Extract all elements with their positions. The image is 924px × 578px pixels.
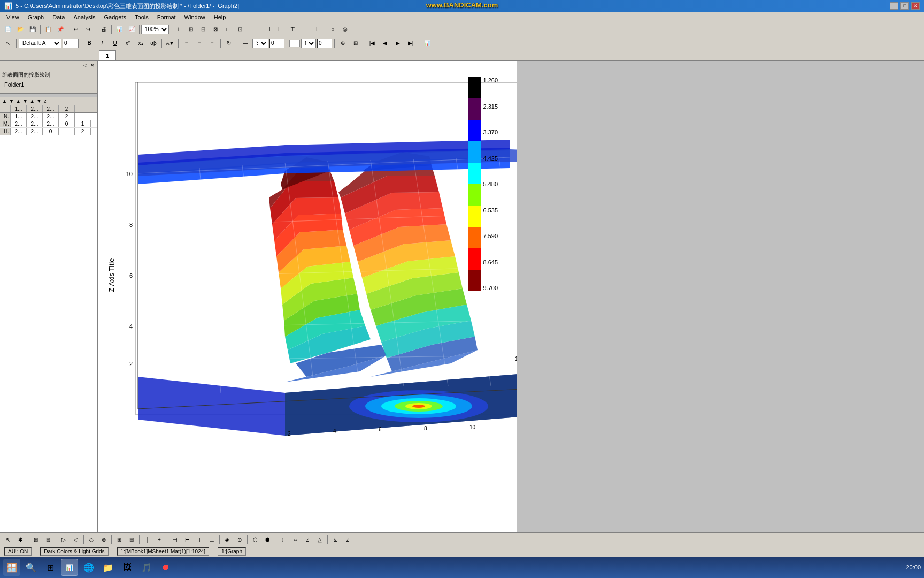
dt-cell-n2[interactable]: 2... — [27, 113, 43, 120]
task-record[interactable]: ⏺ — [157, 559, 174, 576]
symbol-btn[interactable]: ⊕ — [337, 37, 349, 49]
dt-cell-n3[interactable]: 2... — [43, 113, 59, 120]
tb-btn-b[interactable]: ⊞ — [185, 24, 197, 35]
bt-6[interactable]: ◁ — [70, 534, 82, 545]
save-btn[interactable]: 💾 — [27, 24, 38, 35]
tb-btn-a[interactable]: + — [173, 24, 184, 35]
underline-btn[interactable]: U — [109, 37, 121, 49]
dt-cell-m1[interactable]: 2... — [11, 120, 27, 127]
open-btn[interactable]: 📂 — [14, 24, 26, 35]
last-btn[interactable]: ▶| — [405, 37, 417, 49]
undo-btn[interactable]: ↩ — [70, 24, 82, 35]
tb-btn-e[interactable]: □ — [222, 24, 234, 35]
bt-11[interactable]: | — [141, 534, 153, 545]
minimize-button[interactable]: ─ — [890, 2, 898, 10]
bt-8[interactable]: ⊕ — [98, 534, 110, 545]
tb-btn-l[interactable]: ⊦ — [311, 24, 323, 35]
bt-4[interactable]: ⊟ — [42, 534, 54, 545]
bt-22[interactable]: ↔ — [289, 534, 301, 545]
arrow-7-icon[interactable]: 2 — [44, 98, 47, 104]
menu-tools[interactable]: Tools — [130, 13, 153, 21]
tb-btn-m[interactable]: ○ — [327, 24, 338, 35]
menu-window[interactable]: Window — [180, 13, 210, 21]
menu-format[interactable]: Format — [153, 13, 180, 21]
dt-cell-h4[interactable] — [59, 128, 75, 135]
panel-pin[interactable]: ✕ — [89, 62, 96, 69]
line-style[interactable]: — — [240, 37, 251, 49]
pointer-tool[interactable]: ↖ — [2, 37, 14, 49]
task-files[interactable]: 📁 — [99, 559, 117, 576]
first-btn[interactable]: |◀ — [366, 37, 378, 49]
line-val[interactable] — [270, 39, 284, 48]
arrow-6-icon[interactable]: ▼ — [37, 98, 42, 104]
font-size-input[interactable] — [63, 39, 79, 48]
tb-btn-d[interactable]: ⊠ — [210, 24, 221, 35]
greek-btn[interactable]: αβ — [148, 37, 159, 49]
bt-25[interactable]: ⊾ — [329, 534, 341, 545]
subscript-btn[interactable]: x₂ — [135, 37, 147, 49]
bt-9[interactable]: ⊞ — [113, 534, 125, 545]
align-center[interactable]: ≡ — [194, 37, 205, 49]
panel-resize[interactable] — [0, 93, 97, 97]
tb-btn-g[interactable]: Γ — [250, 24, 261, 35]
bt-17[interactable]: ◈ — [221, 534, 233, 545]
fill-style[interactable]: N — [301, 39, 316, 48]
tab-1[interactable]: 1 — [99, 50, 116, 60]
fill-color[interactable] — [289, 40, 300, 47]
menu-graph[interactable]: Graph — [24, 13, 49, 21]
next-btn[interactable]: ▶ — [392, 37, 404, 49]
bt-12[interactable]: + — [153, 534, 165, 545]
bt-16[interactable]: ⊥ — [206, 534, 218, 545]
bt-10[interactable]: ⊟ — [126, 534, 137, 545]
copy-btn[interactable]: 📋 — [42, 24, 54, 35]
arrow-5-icon[interactable]: ▲ — [30, 98, 35, 104]
graph-svg[interactable]: Z Axis Title X Axis Title Y Axis Title 1… — [103, 72, 517, 436]
redo-btn[interactable]: ↪ — [82, 24, 94, 35]
bt-21[interactable]: ↕ — [277, 534, 289, 545]
maximize-button[interactable]: □ — [900, 2, 909, 10]
prev-btn[interactable]: ◀ — [379, 37, 391, 49]
graph-btn[interactable]: 📊 — [113, 24, 125, 35]
tb-btn-c[interactable]: ⊟ — [197, 24, 209, 35]
task-search[interactable]: 🔍 — [22, 559, 40, 576]
dt-cell-n4[interactable]: 2 — [59, 113, 75, 120]
superscript-btn[interactable]: x² — [122, 37, 134, 49]
italic-btn[interactable]: I — [96, 37, 108, 49]
arrow-left-icon[interactable]: ▲ — [16, 98, 21, 104]
dt-cell-m4[interactable]: 0 — [59, 120, 75, 127]
menu-data[interactable]: Data — [48, 13, 69, 21]
tb-btn-f[interactable]: ⊡ — [234, 24, 246, 35]
bt-14[interactable]: ⊢ — [181, 534, 193, 545]
color-btn[interactable]: A▼ — [164, 37, 176, 49]
close-button[interactable]: ✕ — [911, 2, 920, 10]
menu-gadgets[interactable]: Gadgets — [99, 13, 130, 21]
bt-2[interactable]: ✱ — [14, 534, 26, 545]
bt-15[interactable]: ⊤ — [194, 534, 205, 545]
dt-cell-h5[interactable]: 2 — [75, 128, 91, 135]
arrow-right-icon[interactable]: ▼ — [23, 98, 28, 104]
bt-26[interactable]: ⊿ — [342, 534, 353, 545]
menu-analysis[interactable]: Analysis — [69, 13, 99, 21]
dt-cell-m2[interactable]: 2... — [27, 120, 43, 127]
bt-20[interactable]: ⬢ — [261, 534, 273, 545]
task-app2[interactable]: 🎵 — [138, 559, 155, 576]
dt-cell-n1[interactable]: 1... — [11, 113, 27, 120]
bt-7[interactable]: ◇ — [86, 534, 97, 545]
zoom-dropdown[interactable]: 100% 75% 50% 150% — [141, 25, 169, 34]
paste-btn[interactable]: 📌 — [55, 24, 66, 35]
dt-cell-m3[interactable]: 2... — [43, 120, 59, 127]
arrow-down-icon[interactable]: ▼ — [9, 98, 14, 104]
tb-btn-n[interactable]: ◎ — [339, 24, 351, 35]
dt-cell-h2[interactable]: 2... — [27, 128, 43, 135]
tb-btn-k[interactable]: ⊥ — [299, 24, 311, 35]
dt-cell-m5[interactable]: 1 — [75, 120, 91, 127]
bt-13[interactable]: ⊣ — [169, 534, 181, 545]
table-btn[interactable]: ⊞ — [350, 37, 361, 49]
line-width[interactable]: S — [252, 39, 268, 48]
bt-5[interactable]: ▷ — [58, 534, 70, 545]
task-chrome[interactable]: 🌐 — [80, 559, 97, 576]
arrow-up-icon[interactable]: ▲ — [2, 98, 7, 104]
font-dropdown[interactable]: Default: A — [19, 39, 61, 48]
start-btn[interactable]: 🪟 — [3, 559, 20, 576]
tb-btn-j[interactable]: ⊤ — [287, 24, 298, 35]
